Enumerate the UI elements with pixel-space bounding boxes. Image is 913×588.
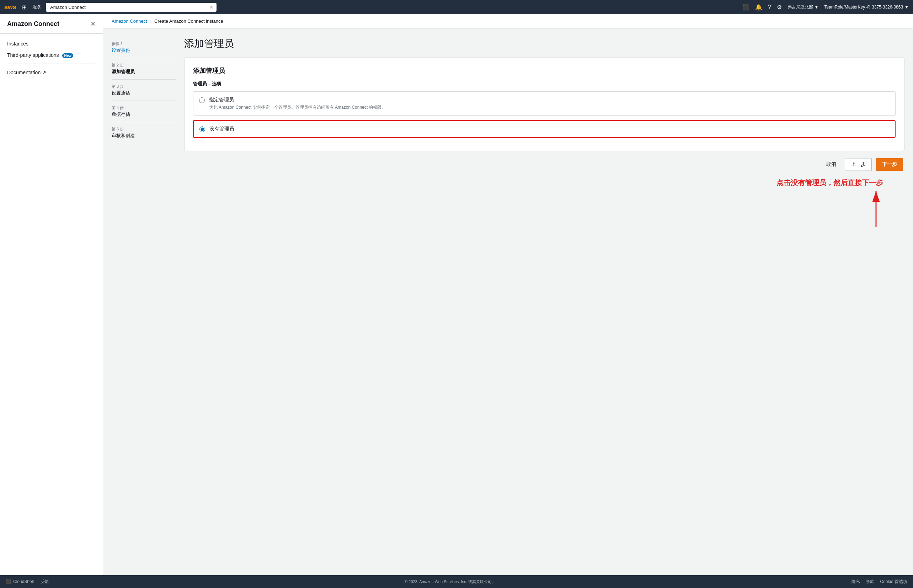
account-label: TeamRole/MasterKey @ 3375-3326-0863 <box>824 5 903 10</box>
sidebar-documentation[interactable]: Documentation ↗ <box>0 67 103 78</box>
option-specify-admin-desc: 为此 Amazon Connect 实例指定一个管理员。管理员拥有访问所有 Am… <box>209 105 386 110</box>
search-bar: ✕ <box>46 3 217 12</box>
step-3: 第 3 步 设置通话 <box>112 79 176 101</box>
step-2-number: 第 2 步 <box>112 63 176 68</box>
grid-menu-button[interactable]: ⊞ <box>21 3 28 12</box>
step-1-number: 步骤 1 <box>112 41 176 47</box>
external-link-icon: ↗ <box>42 69 46 75</box>
bottom-links: 隐私 条款 Cookie 首选项 <box>851 579 907 585</box>
cloudshell-icon: ⬛ <box>6 579 11 584</box>
services-menu[interactable]: 服务 <box>32 4 42 10</box>
step-5: 第 5 步 审核和创建 <box>112 122 176 143</box>
copyright-text: © 2023, Amazon Web Services, Inc. 或其关联公司… <box>49 579 851 585</box>
cloud-icon[interactable]: ⬛ <box>742 4 750 11</box>
step-2: 第 2 步 添加管理员 <box>112 58 176 79</box>
previous-button[interactable]: 上一步 <box>845 158 872 171</box>
content-area: Amazon Connect › Create Amazon Connect i… <box>103 14 913 575</box>
breadcrumb: Amazon Connect › Create Amazon Connect i… <box>103 14 913 28</box>
step-4-label: 数据存储 <box>112 111 176 118</box>
sidebar-nav: Instances Third-party applications New D… <box>0 34 103 82</box>
bell-icon[interactable]: 🔔 <box>755 4 762 11</box>
step-1: 步骤 1 设置身份 <box>112 37 176 58</box>
annotation-wrapper: 点击没有管理员，然后直接下一步 <box>184 178 905 230</box>
breadcrumb-link[interactable]: Amazon Connect <box>112 18 147 24</box>
nav-icons: ⬛ 🔔 ? ⚙ 弗吉尼亚北部 ▼ TeamRole/MasterKey @ 33… <box>742 4 909 11</box>
search-input[interactable] <box>46 3 217 12</box>
aws-logo: aws <box>4 4 16 10</box>
bottom-bar: ⬛ CloudShell 反馈 © 2023, Amazon Web Servi… <box>0 575 913 588</box>
new-badge: New <box>62 53 73 58</box>
form-card-title: 添加管理员 <box>193 66 895 75</box>
feedback-label[interactable]: 反馈 <box>40 579 49 585</box>
page-title: 添加管理员 <box>184 37 905 50</box>
wizard-layout: 步骤 1 设置身份 第 2 步 添加管理员 第 3 步 设置通话 第 4 步 数… <box>103 28 913 575</box>
privacy-link[interactable]: 隐私 <box>851 579 860 585</box>
cookie-link[interactable]: Cookie 首选项 <box>880 579 907 585</box>
cloudshell-label: CloudShell <box>13 579 34 584</box>
annotation-text: 点击没有管理员，然后直接下一步 <box>777 178 883 187</box>
breadcrumb-current: Create Amazon Connect instance <box>154 18 223 24</box>
radio-specify-admin[interactable] <box>199 97 205 103</box>
annotation-arrow-svg <box>862 187 883 230</box>
option-no-admin-label: 没有管理员 <box>209 126 234 132</box>
sidebar-title: Amazon Connect <box>7 20 59 28</box>
region-chevron: ▼ <box>814 5 819 10</box>
step-5-label: 审核和创建 <box>112 132 176 139</box>
step-2-label: 添加管理员 <box>112 69 176 75</box>
aws-logo-text: aws <box>4 4 16 10</box>
steps-panel: 步骤 1 设置身份 第 2 步 添加管理员 第 3 步 设置通话 第 4 步 数… <box>112 37 176 567</box>
account-chevron: ▼ <box>905 5 909 10</box>
step-4-number: 第 4 步 <box>112 105 176 110</box>
action-bar: 取消 上一步 下一步 <box>184 158 905 171</box>
next-button[interactable]: 下一步 <box>876 158 903 171</box>
sidebar-item-third-party[interactable]: Third-party applications New <box>0 49 103 61</box>
account-menu[interactable]: TeamRole/MasterKey @ 3375-3326-0863 ▼ <box>824 5 909 10</box>
step-3-number: 第 3 步 <box>112 84 176 89</box>
sidebar-header: Amazon Connect ✕ <box>0 14 103 34</box>
option-specify-admin-content: 指定管理员 为此 Amazon Connect 实例指定一个管理员。管理员拥有访… <box>209 97 386 110</box>
main-layout: Amazon Connect ✕ Instances Third-party a… <box>0 14 913 575</box>
option-specify-admin[interactable]: 指定管理员 为此 Amazon Connect 实例指定一个管理员。管理员拥有访… <box>193 91 895 116</box>
cloudshell-button[interactable]: ⬛ CloudShell 反馈 <box>6 579 49 585</box>
search-clear-button[interactable]: ✕ <box>209 4 214 10</box>
sidebar: Amazon Connect ✕ Instances Third-party a… <box>0 14 103 575</box>
sidebar-item-instances[interactable]: Instances <box>0 38 103 49</box>
documentation-label: Documentation <box>7 69 40 75</box>
option-specify-admin-label: 指定管理员 <box>209 97 386 103</box>
top-nav: aws ⊞ 服务 ✕ ⬛ 🔔 ? ⚙ 弗吉尼亚北部 ▼ TeamRole/Mas… <box>0 0 913 14</box>
region-selector[interactable]: 弗吉尼亚北部 ▼ <box>787 4 819 10</box>
instances-label: Instances <box>7 41 28 47</box>
help-icon[interactable]: ? <box>768 4 771 10</box>
step-5-number: 第 5 步 <box>112 126 176 132</box>
step-1-label[interactable]: 设置身份 <box>112 48 130 53</box>
step-3-label: 设置通话 <box>112 90 176 96</box>
step-4: 第 4 步 数据存储 <box>112 101 176 122</box>
form-panel: 添加管理员 添加管理员 管理员 – 选项 指定管理员 为此 Amazon Con… <box>184 37 905 567</box>
terms-link[interactable]: 条款 <box>866 579 874 585</box>
third-party-label: Third-party applications <box>7 52 59 58</box>
radio-no-admin[interactable] <box>199 126 205 132</box>
breadcrumb-separator: › <box>150 18 151 24</box>
option-no-admin-content: 没有管理员 <box>209 126 234 132</box>
settings-icon[interactable]: ⚙ <box>777 4 782 11</box>
section-label: 管理员 – 选项 <box>193 81 895 87</box>
option-no-admin[interactable]: 没有管理员 <box>193 120 895 138</box>
form-card: 添加管理员 管理员 – 选项 指定管理员 为此 Amazon Connect 实… <box>184 58 905 151</box>
cancel-button[interactable]: 取消 <box>822 158 840 171</box>
sidebar-close-button[interactable]: ✕ <box>90 20 96 28</box>
region-label: 弗吉尼亚北部 <box>787 4 813 10</box>
